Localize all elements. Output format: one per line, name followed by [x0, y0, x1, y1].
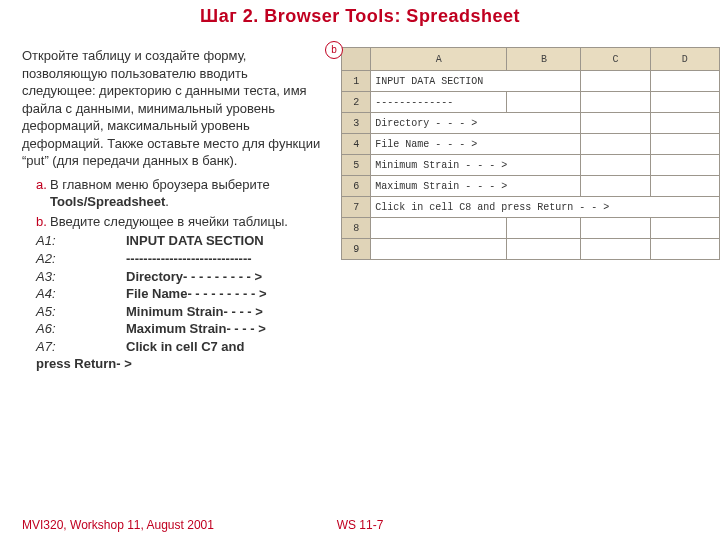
- cell-value: File Name- - - - - - - - - >: [126, 285, 266, 303]
- cell: Minimum Strain - - - >: [371, 155, 581, 176]
- step-b-label: b.: [36, 213, 47, 231]
- row-header: 1: [342, 71, 371, 92]
- cell-ref: A7:: [36, 338, 126, 356]
- table-row: 3Directory - - - >: [342, 113, 720, 134]
- cell-value: Directory- - - - - - - - - >: [126, 268, 262, 286]
- cell: [650, 218, 719, 239]
- row-header: 5: [342, 155, 371, 176]
- cell-ref: A3:: [36, 268, 126, 286]
- footer-left: MVI320, Workshop 11, August 2001: [22, 518, 214, 532]
- cell: [507, 218, 581, 239]
- cell: Directory - - - >: [371, 113, 581, 134]
- cell: [371, 239, 507, 260]
- cell: [650, 92, 719, 113]
- cell: [581, 239, 650, 260]
- col-header: D: [650, 48, 719, 71]
- cell-entry: A3:Directory- - - - - - - - - >: [36, 268, 323, 286]
- cell-value: -----------------------------: [126, 250, 252, 268]
- step-a-post: .: [165, 194, 169, 209]
- cell: [650, 155, 719, 176]
- col-header: A: [371, 48, 507, 71]
- spreadsheet-screenshot: b A B C D 1INPUT DATA SECTION2----------…: [341, 47, 720, 377]
- cell: [581, 176, 650, 197]
- col-header: C: [581, 48, 650, 71]
- cell-ref: A5:: [36, 303, 126, 321]
- step-a: a. В главном меню броузера выберите Tool…: [36, 176, 323, 211]
- cell: [650, 134, 719, 155]
- cell-value: INPUT DATA SECTION: [126, 232, 264, 250]
- page-title: Шаг 2. Browser Tools: Spreadsheet: [0, 0, 720, 27]
- cell: Maximum Strain - - - >: [371, 176, 581, 197]
- cell: [371, 218, 507, 239]
- cell-entry: A6:Maximum Strain- - - - >: [36, 320, 323, 338]
- row-header: 6: [342, 176, 371, 197]
- table-row: 1INPUT DATA SECTION: [342, 71, 720, 92]
- step-a-bold: Tools/Spreadsheet: [50, 194, 165, 209]
- cell: [650, 113, 719, 134]
- cell-value: Maximum Strain- - - - >: [126, 320, 266, 338]
- cell-ref: A6:: [36, 320, 126, 338]
- cell: [581, 218, 650, 239]
- row-header: 9: [342, 239, 371, 260]
- cell: [650, 176, 719, 197]
- cell: Click in cell C8 and press Return - - >: [371, 197, 720, 218]
- cell-value: Click in cell C7 and: [126, 338, 245, 356]
- table-row: 4File Name - - - >: [342, 134, 720, 155]
- cell: [581, 71, 650, 92]
- cell-entry: A2:-----------------------------: [36, 250, 323, 268]
- table-row: 2-------------: [342, 92, 720, 113]
- last-line: press Return- >: [36, 355, 323, 373]
- cell-entry: A1:INPUT DATA SECTION: [36, 232, 323, 250]
- row-header: 4: [342, 134, 371, 155]
- row-header: 2: [342, 92, 371, 113]
- table-row: 5Minimum Strain - - - >: [342, 155, 720, 176]
- step-a-pre: В главном меню броузера выберите: [50, 177, 270, 192]
- table-row: 9: [342, 239, 720, 260]
- col-header: B: [507, 48, 581, 71]
- cell: [581, 155, 650, 176]
- cell: [581, 92, 650, 113]
- footer: MVI320, Workshop 11, August 2001 WS 11-7: [0, 518, 720, 532]
- cell-ref: A2:: [36, 250, 126, 268]
- cell: [507, 92, 581, 113]
- cell-ref: A1:: [36, 232, 126, 250]
- cell-ref: A4:: [36, 285, 126, 303]
- row-header: 3: [342, 113, 371, 134]
- row-header: 8: [342, 218, 371, 239]
- cell-value: Minimum Strain- - - - >: [126, 303, 263, 321]
- cell-entry: A4:File Name- - - - - - - - - >: [36, 285, 323, 303]
- step-b: b. Введите следующее в ячейки таблицы. A…: [36, 213, 323, 373]
- table-row: 7Click in cell C8 and press Return - - >: [342, 197, 720, 218]
- row-header: 7: [342, 197, 371, 218]
- cell-entry: A5:Minimum Strain- - - - >: [36, 303, 323, 321]
- cell-entry: A7:Click in cell C7 and: [36, 338, 323, 356]
- table-row: 8: [342, 218, 720, 239]
- cell: [581, 134, 650, 155]
- spreadsheet-table: A B C D 1INPUT DATA SECTION2------------…: [341, 47, 720, 260]
- instructions-column: Откройте таблицу и создайте форму, позво…: [0, 47, 331, 377]
- step-a-label: a.: [36, 176, 47, 194]
- table-row: 6Maximum Strain - - - >: [342, 176, 720, 197]
- cell: -------------: [371, 92, 507, 113]
- cell: INPUT DATA SECTION: [371, 71, 581, 92]
- cell-entry-list: A1:INPUT DATA SECTIONA2:----------------…: [36, 232, 323, 355]
- intro-text: Откройте таблицу и создайте форму, позво…: [22, 47, 323, 170]
- cell: File Name - - - >: [371, 134, 581, 155]
- corner-cell: [342, 48, 371, 71]
- cell: [581, 113, 650, 134]
- cell: [507, 239, 581, 260]
- callout-b: b: [325, 41, 343, 59]
- cell: [650, 71, 719, 92]
- step-b-text: Введите следующее в ячейки таблицы.: [50, 214, 288, 229]
- cell: [650, 239, 719, 260]
